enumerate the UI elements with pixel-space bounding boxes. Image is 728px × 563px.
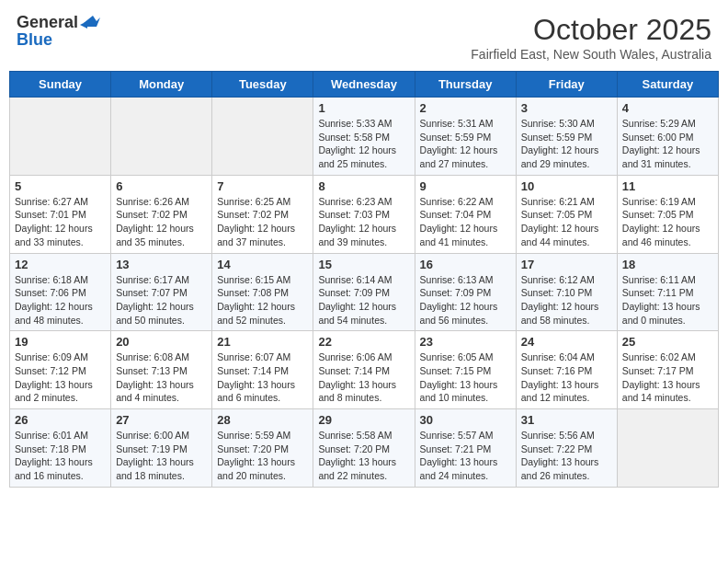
day-info: Sunrise: 5:58 AM Sunset: 7:20 PM Dayligh… (318, 429, 409, 483)
day-number: 23 (420, 335, 511, 349)
day-info: Sunrise: 6:27 AM Sunset: 7:01 PM Dayligh… (15, 195, 106, 249)
day-number: 5 (15, 179, 106, 193)
day-number: 30 (420, 413, 511, 427)
calendar-cell: 8Sunrise: 6:23 AM Sunset: 7:03 PM Daylig… (313, 175, 415, 253)
day-number: 7 (217, 179, 308, 193)
day-number: 15 (318, 258, 409, 271)
day-number: 13 (116, 258, 207, 271)
day-info: Sunrise: 6:18 AM Sunset: 7:06 PM Dayligh… (15, 273, 106, 327)
calendar-cell: 1Sunrise: 5:33 AM Sunset: 5:58 PM Daylig… (313, 98, 415, 176)
day-info: Sunrise: 5:59 AM Sunset: 7:20 PM Dayligh… (217, 429, 308, 483)
calendar-cell: 4Sunrise: 5:29 AM Sunset: 6:00 PM Daylig… (617, 98, 718, 176)
week-row-4: 19Sunrise: 6:09 AM Sunset: 7:12 PM Dayli… (10, 331, 719, 409)
day-number: 19 (15, 335, 106, 349)
day-info: Sunrise: 6:17 AM Sunset: 7:07 PM Dayligh… (116, 273, 207, 327)
day-header-monday: Monday (111, 72, 212, 98)
calendar-cell: 6Sunrise: 6:26 AM Sunset: 7:02 PM Daylig… (111, 175, 212, 253)
week-row-2: 5Sunrise: 6:27 AM Sunset: 7:01 PM Daylig… (10, 175, 719, 253)
calendar-cell: 19Sunrise: 6:09 AM Sunset: 7:12 PM Dayli… (10, 331, 111, 409)
calendar-cell: 7Sunrise: 6:25 AM Sunset: 7:02 PM Daylig… (212, 175, 313, 253)
location-subtitle: Fairfield East, New South Wales, Austral… (471, 47, 711, 62)
week-row-1: 1Sunrise: 5:33 AM Sunset: 5:58 PM Daylig… (10, 98, 719, 176)
day-info: Sunrise: 6:14 AM Sunset: 7:09 PM Dayligh… (318, 273, 409, 327)
day-number: 4 (622, 101, 713, 115)
month-title: October 2025 (471, 13, 711, 47)
calendar-cell (617, 409, 718, 488)
title-area: October 2025 Fairfield East, New South W… (471, 13, 711, 62)
day-info: Sunrise: 6:11 AM Sunset: 7:11 PM Dayligh… (622, 273, 713, 327)
day-info: Sunrise: 5:33 AM Sunset: 5:58 PM Dayligh… (318, 117, 409, 171)
calendar-cell: 13Sunrise: 6:17 AM Sunset: 7:07 PM Dayli… (111, 253, 212, 331)
calendar-cell: 10Sunrise: 6:21 AM Sunset: 7:05 PM Dayli… (516, 175, 617, 253)
day-info: Sunrise: 6:19 AM Sunset: 7:05 PM Dayligh… (622, 195, 713, 249)
day-info: Sunrise: 6:25 AM Sunset: 7:02 PM Dayligh… (217, 195, 308, 249)
calendar-cell (10, 98, 111, 176)
day-number: 12 (15, 258, 106, 271)
calendar-cell: 28Sunrise: 5:59 AM Sunset: 7:20 PM Dayli… (212, 409, 313, 488)
day-number: 22 (318, 335, 409, 349)
day-info: Sunrise: 6:26 AM Sunset: 7:02 PM Dayligh… (116, 195, 207, 249)
day-info: Sunrise: 6:12 AM Sunset: 7:10 PM Dayligh… (521, 273, 612, 327)
calendar-table: SundayMondayTuesdayWednesdayThursdayFrid… (9, 71, 719, 488)
day-header-sunday: Sunday (10, 72, 111, 98)
day-info: Sunrise: 6:04 AM Sunset: 7:16 PM Dayligh… (521, 350, 612, 405)
day-number: 2 (420, 101, 511, 115)
logo: General Blue (17, 13, 100, 50)
day-header-saturday: Saturday (617, 72, 718, 98)
day-info: Sunrise: 5:30 AM Sunset: 5:59 PM Dayligh… (521, 117, 612, 171)
header: General Blue October 2025 Fairfield East… (9, 9, 719, 65)
day-info: Sunrise: 5:31 AM Sunset: 5:59 PM Dayligh… (420, 117, 511, 171)
calendar-cell: 16Sunrise: 6:13 AM Sunset: 7:09 PM Dayli… (415, 253, 516, 331)
day-info: Sunrise: 6:09 AM Sunset: 7:12 PM Dayligh… (15, 350, 106, 405)
calendar-cell: 3Sunrise: 5:30 AM Sunset: 5:59 PM Daylig… (516, 98, 617, 176)
day-info: Sunrise: 6:05 AM Sunset: 7:15 PM Dayligh… (420, 350, 511, 405)
day-number: 21 (217, 335, 308, 349)
calendar-cell: 22Sunrise: 6:06 AM Sunset: 7:14 PM Dayli… (313, 331, 415, 409)
day-info: Sunrise: 6:07 AM Sunset: 7:14 PM Dayligh… (217, 350, 308, 405)
calendar-cell: 5Sunrise: 6:27 AM Sunset: 7:01 PM Daylig… (10, 175, 111, 253)
day-number: 28 (217, 413, 308, 427)
calendar-cell: 14Sunrise: 6:15 AM Sunset: 7:08 PM Dayli… (212, 253, 313, 331)
calendar-cell: 24Sunrise: 6:04 AM Sunset: 7:16 PM Dayli… (516, 331, 617, 409)
day-info: Sunrise: 5:57 AM Sunset: 7:21 PM Dayligh… (420, 429, 511, 483)
day-number: 25 (622, 335, 713, 349)
calendar-cell: 12Sunrise: 6:18 AM Sunset: 7:06 PM Dayli… (10, 253, 111, 331)
day-number: 24 (521, 335, 612, 349)
calendar-cell: 27Sunrise: 6:00 AM Sunset: 7:19 PM Dayli… (111, 409, 212, 488)
calendar-cell: 25Sunrise: 6:02 AM Sunset: 7:17 PM Dayli… (617, 331, 718, 409)
calendar-cell: 21Sunrise: 6:07 AM Sunset: 7:14 PM Dayli… (212, 331, 313, 409)
day-header-wednesday: Wednesday (313, 72, 415, 98)
calendar-cell (111, 98, 212, 176)
calendar-cell: 26Sunrise: 6:01 AM Sunset: 7:18 PM Dayli… (10, 409, 111, 488)
day-info: Sunrise: 6:06 AM Sunset: 7:14 PM Dayligh… (318, 350, 409, 405)
day-number: 9 (420, 179, 511, 193)
calendar-cell: 17Sunrise: 6:12 AM Sunset: 7:10 PM Dayli… (516, 253, 617, 331)
day-info: Sunrise: 6:22 AM Sunset: 7:04 PM Dayligh… (420, 195, 511, 249)
calendar-cell: 11Sunrise: 6:19 AM Sunset: 7:05 PM Dayli… (617, 175, 718, 253)
day-header-thursday: Thursday (415, 72, 516, 98)
week-row-3: 12Sunrise: 6:18 AM Sunset: 7:06 PM Dayli… (10, 253, 719, 331)
day-header-tuesday: Tuesday (212, 72, 313, 98)
calendar-cell: 18Sunrise: 6:11 AM Sunset: 7:11 PM Dayli… (617, 253, 718, 331)
calendar-cell: 9Sunrise: 6:22 AM Sunset: 7:04 PM Daylig… (415, 175, 516, 253)
day-info: Sunrise: 6:23 AM Sunset: 7:03 PM Dayligh… (318, 195, 409, 249)
calendar-cell: 15Sunrise: 6:14 AM Sunset: 7:09 PM Dayli… (313, 253, 415, 331)
day-number: 31 (521, 413, 612, 427)
calendar-cell: 31Sunrise: 5:56 AM Sunset: 7:22 PM Dayli… (516, 409, 617, 488)
day-info: Sunrise: 6:08 AM Sunset: 7:13 PM Dayligh… (116, 350, 207, 405)
week-row-5: 26Sunrise: 6:01 AM Sunset: 7:18 PM Dayli… (10, 409, 719, 488)
day-info: Sunrise: 6:21 AM Sunset: 7:05 PM Dayligh… (521, 195, 612, 249)
day-number: 26 (15, 413, 106, 427)
day-number: 27 (116, 413, 207, 427)
logo-general-text: General (17, 13, 78, 32)
day-number: 3 (521, 101, 612, 115)
calendar-cell: 29Sunrise: 5:58 AM Sunset: 7:20 PM Dayli… (313, 409, 415, 488)
day-info: Sunrise: 6:02 AM Sunset: 7:17 PM Dayligh… (622, 350, 713, 405)
day-number: 16 (420, 258, 511, 271)
day-number: 6 (116, 179, 207, 193)
svg-marker-1 (80, 21, 87, 29)
calendar-cell (212, 98, 313, 176)
day-number: 8 (318, 179, 409, 193)
day-number: 20 (116, 335, 207, 349)
day-info: Sunrise: 6:15 AM Sunset: 7:08 PM Dayligh… (217, 273, 308, 327)
